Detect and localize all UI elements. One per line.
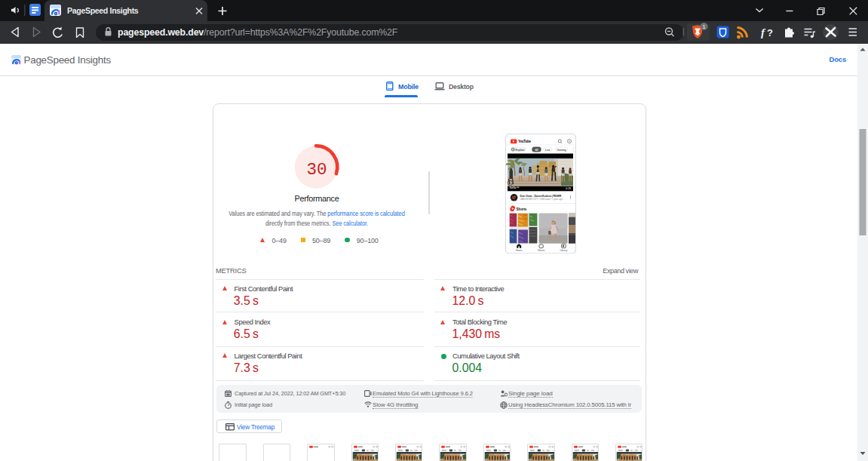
svg-text:1: 1	[703, 24, 706, 29]
svg-text:f: f	[761, 26, 766, 38]
svg-text:VaVa™: VaVa™	[510, 186, 520, 189]
svg-text:GANGSTER CITY • 13M views • 1: GANGSTER CITY • 13M views • 1 year ago	[520, 198, 563, 201]
svg-text:Shorts: Shorts	[517, 207, 527, 211]
svg-text:4:28: 4:28	[566, 187, 571, 190]
svg-text:?: ?	[767, 27, 773, 38]
svg-text:Home: Home	[516, 249, 523, 252]
svg-text:YouTube: YouTube	[518, 140, 532, 143]
svg-text:Live: Live	[545, 148, 551, 151]
svg-text:30: 30	[306, 160, 327, 180]
svg-text:PageSpeed Insights: PageSpeed Insights	[67, 6, 139, 15]
svg-text:Shorts: Shorts	[538, 249, 545, 252]
svg-text:Library: Library	[560, 249, 568, 252]
svg-text:Explore: Explore	[516, 148, 525, 151]
svg-text:All: All	[535, 148, 538, 151]
svg-text:Gaming: Gaming	[557, 148, 566, 151]
svg-text:Don Omar - Danza Kuduro | RDWR: Don Omar - Danza Kuduro | RDWR	[520, 194, 562, 197]
